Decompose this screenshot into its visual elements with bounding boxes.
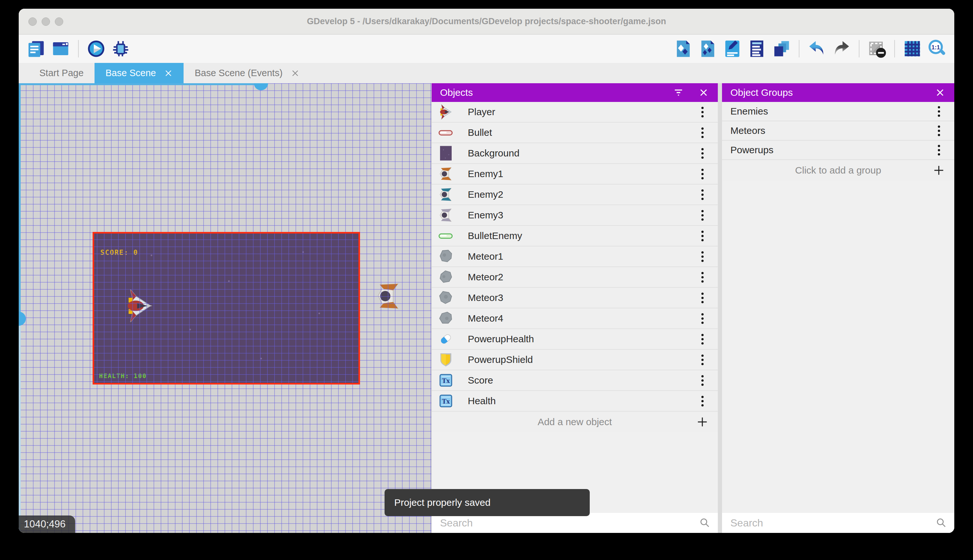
open-properties-icon[interactable] — [723, 39, 742, 58]
add-icon[interactable] — [693, 415, 712, 428]
object-menu-icon[interactable] — [693, 107, 712, 117]
object-row-powerupshield[interactable]: PowerupShield — [432, 350, 718, 370]
add-object-row[interactable]: Add a new object — [432, 412, 718, 432]
group-row-powerups[interactable]: Powerups — [722, 141, 954, 160]
toggle-grid-icon[interactable] — [903, 39, 922, 58]
close-panel-icon[interactable] — [698, 87, 710, 98]
close-tab-icon[interactable] — [164, 69, 173, 77]
group-menu-icon[interactable] — [929, 125, 948, 136]
object-row-enemy1[interactable]: Enemy1 — [432, 164, 718, 185]
cursor-coordinates: 1040;496 — [24, 518, 65, 530]
group-label: Meteors — [730, 125, 929, 136]
object-label: Meteor2 — [468, 272, 693, 283]
object-label: Enemy2 — [468, 189, 693, 200]
object-menu-icon[interactable] — [693, 293, 712, 303]
object-menu-icon[interactable] — [693, 251, 712, 262]
zoom-original-icon[interactable]: 1:1 — [927, 39, 946, 58]
bullet-thumbnail-icon — [438, 125, 453, 140]
objects-panel-header: Objects — [432, 83, 718, 102]
toggle-window-mask-icon[interactable] — [867, 39, 886, 58]
tab-label: Base Scene (Events) — [195, 68, 282, 78]
object-label: Enemy3 — [468, 210, 693, 221]
object-row-player[interactable]: Player — [432, 102, 718, 123]
toolbar-separator — [894, 40, 895, 57]
object-row-meteor2[interactable]: Meteor2 — [432, 267, 718, 288]
close-tab-icon[interactable] — [291, 69, 299, 77]
debug-icon[interactable] — [111, 39, 130, 58]
scene-score-text: SCORE: 0 — [100, 249, 138, 257]
vertical-scrollbar[interactable] — [19, 83, 21, 319]
object-row-background[interactable]: Background — [432, 143, 718, 164]
scene-windows-icon[interactable] — [51, 39, 70, 58]
object-menu-icon[interactable] — [693, 148, 712, 159]
object-menu-icon[interactable] — [693, 210, 712, 221]
health-text-thumbnail-icon: Tx — [438, 393, 453, 409]
open-object-groups-editor-icon[interactable] — [698, 39, 718, 58]
redo-icon[interactable] — [832, 39, 851, 58]
groups-search-input[interactable] — [722, 517, 936, 529]
group-menu-icon[interactable] — [929, 106, 948, 117]
enemy-ship-instance[interactable] — [374, 281, 403, 311]
vertical-scrollbar-track[interactable] — [19, 319, 21, 533]
add-group-row[interactable]: Click to add a group — [722, 160, 954, 181]
object-row-meteor3[interactable]: Meteor3 — [432, 288, 718, 308]
tab-base-scene-events[interactable]: Base Scene (Events) — [183, 63, 310, 83]
undo-icon[interactable] — [807, 39, 826, 58]
object-label: Meteor4 — [468, 313, 693, 324]
object-row-meteor4[interactable]: Meteor4 — [432, 308, 718, 329]
add-group-label: Click to add a group — [722, 165, 929, 176]
group-row-enemies[interactable]: Enemies — [722, 102, 954, 121]
object-menu-icon[interactable] — [693, 313, 712, 324]
object-row-enemy2[interactable]: Enemy2 — [432, 185, 718, 205]
close-panel-icon[interactable] — [934, 87, 946, 98]
object-menu-icon[interactable] — [693, 231, 712, 241]
gdevelop-window: GDevelop 5 - /Users/dkarakay/Documents/G… — [19, 9, 954, 533]
group-label: Enemies — [730, 106, 929, 117]
player-ship-instance[interactable] — [123, 289, 155, 323]
svg-text:1:1: 1:1 — [931, 44, 940, 51]
objects-search-input[interactable] — [432, 517, 699, 529]
object-menu-icon[interactable] — [693, 375, 712, 386]
tab-start-page[interactable]: Start Page — [28, 63, 95, 83]
horizontal-scrollbar[interactable] — [19, 83, 263, 85]
scene-editor-canvas[interactable]: SCORE: 0 HEALTH: 100 — [19, 83, 432, 533]
svg-text:Tx: Tx — [442, 397, 450, 405]
object-menu-icon[interactable] — [693, 355, 712, 365]
object-row-meteor1[interactable]: Meteor1 — [432, 247, 718, 267]
object-menu-icon[interactable] — [693, 169, 712, 179]
group-label: Powerups — [730, 145, 929, 155]
search-icon — [699, 517, 711, 529]
start-preview-icon[interactable] — [87, 39, 106, 58]
add-icon[interactable] — [929, 164, 948, 177]
open-layers-editor-icon[interactable] — [772, 39, 791, 58]
group-row-meteors[interactable]: Meteors — [722, 121, 954, 141]
object-menu-icon[interactable] — [693, 396, 712, 407]
project-manager-icon[interactable] — [27, 39, 46, 58]
panel-divider[interactable] — [718, 83, 722, 533]
object-menu-icon[interactable] — [693, 272, 712, 283]
tab-label: Base Scene — [105, 68, 156, 78]
group-menu-icon[interactable] — [929, 145, 948, 155]
vertical-scrollbar-thumb[interactable] — [19, 312, 26, 326]
object-row-score[interactable]: Tx Score — [432, 370, 718, 391]
object-row-bullet[interactable]: Bullet — [432, 123, 718, 143]
object-menu-icon[interactable] — [693, 127, 712, 138]
object-row-health[interactable]: Tx Health — [432, 391, 718, 412]
object-menu-icon[interactable] — [693, 334, 712, 345]
horizontal-scrollbar-thumb[interactable] — [254, 83, 268, 90]
enemy3-thumbnail-icon — [438, 207, 453, 223]
object-row-bulletenemy[interactable]: BulletEnemy — [432, 226, 718, 247]
open-objects-editor-icon[interactable] — [674, 39, 693, 58]
object-menu-icon[interactable] — [693, 189, 712, 200]
tab-base-scene[interactable]: Base Scene — [95, 63, 183, 83]
score-text-thumbnail-icon: Tx — [438, 373, 453, 388]
meteor2-thumbnail-icon — [438, 269, 453, 285]
object-row-enemy3[interactable]: Enemy3 — [432, 205, 718, 226]
open-instances-list-icon[interactable] — [747, 39, 766, 58]
object-label: Player — [468, 107, 693, 117]
search-icon — [936, 517, 947, 529]
filter-icon[interactable] — [673, 87, 684, 98]
object-label: Bullet — [468, 127, 693, 138]
object-row-poweruphealth[interactable]: PowerupHealth — [432, 329, 718, 350]
poweruphealth-thumbnail-icon — [438, 331, 453, 347]
